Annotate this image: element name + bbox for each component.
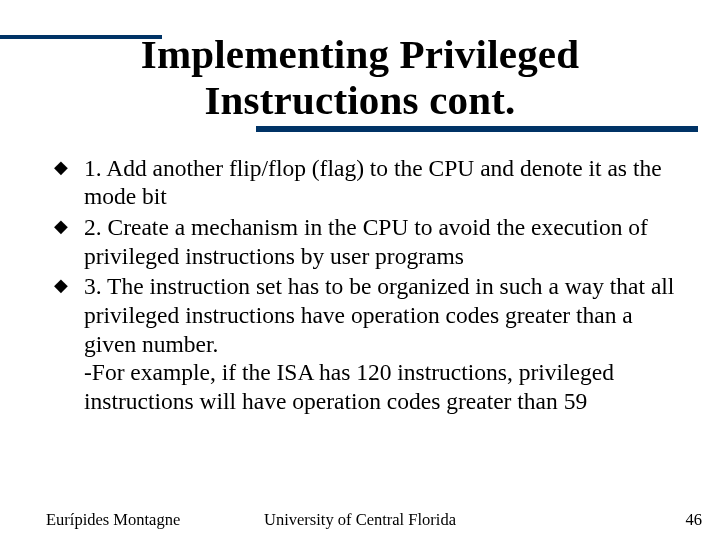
rule-upper	[0, 35, 162, 39]
footer: Eurípides Montagne University of Central…	[0, 508, 720, 530]
slide: Implementing Privileged Instructions con…	[0, 0, 720, 540]
list-item: ◆ 1. Add another flip/flop (flag) to the…	[52, 154, 680, 211]
bullet-icon: ◆	[54, 157, 68, 179]
rule-lower	[256, 126, 698, 132]
title-line-2: Instructions cont.	[204, 77, 515, 123]
bullet-icon: ◆	[54, 275, 68, 297]
list-item-text: 1. Add another flip/flop (flag) to the C…	[84, 155, 662, 210]
list-item: ◆ 2. Create a mechanism in the CPU to av…	[52, 213, 680, 270]
list-item-text: 3. The instruction set has to be organiz…	[84, 273, 674, 356]
title-block: Implementing Privileged Instructions con…	[0, 0, 720, 130]
title-line-1: Implementing Privileged	[141, 31, 579, 77]
slide-title: Implementing Privileged Instructions con…	[0, 32, 720, 130]
list-item-subtext: -For example, if the ISA has 120 instruc…	[84, 358, 680, 415]
body: ◆ 1. Add another flip/flop (flag) to the…	[0, 130, 720, 416]
list-item: ◆ 3. The instruction set has to be organ…	[52, 272, 680, 415]
page-number: 46	[686, 510, 703, 530]
footer-center: University of Central Florida	[0, 510, 720, 530]
list-item-text: 2. Create a mechanism in the CPU to avoi…	[84, 214, 648, 269]
bullet-icon: ◆	[54, 216, 68, 238]
